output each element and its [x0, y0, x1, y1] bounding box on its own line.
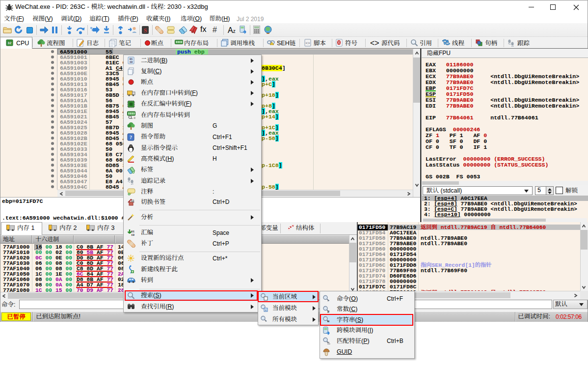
svg-text:?: ? [130, 135, 132, 140]
svg-text:S: S [144, 27, 147, 34]
svg-text:01: 01 [131, 230, 135, 233]
svg-text:@: @ [134, 116, 135, 119]
svg-text:n: n [132, 200, 133, 202]
svg-text:10: 10 [130, 60, 133, 64]
svg-text:#: # [327, 310, 330, 314]
svg-text:x: x [265, 309, 267, 311]
svg-text:*: * [265, 319, 267, 323]
svg-text:10: 10 [131, 233, 135, 237]
svg-text:>: > [327, 299, 329, 302]
svg-text:32: 32 [8, 41, 12, 45]
svg-text:<>: <> [305, 41, 310, 45]
